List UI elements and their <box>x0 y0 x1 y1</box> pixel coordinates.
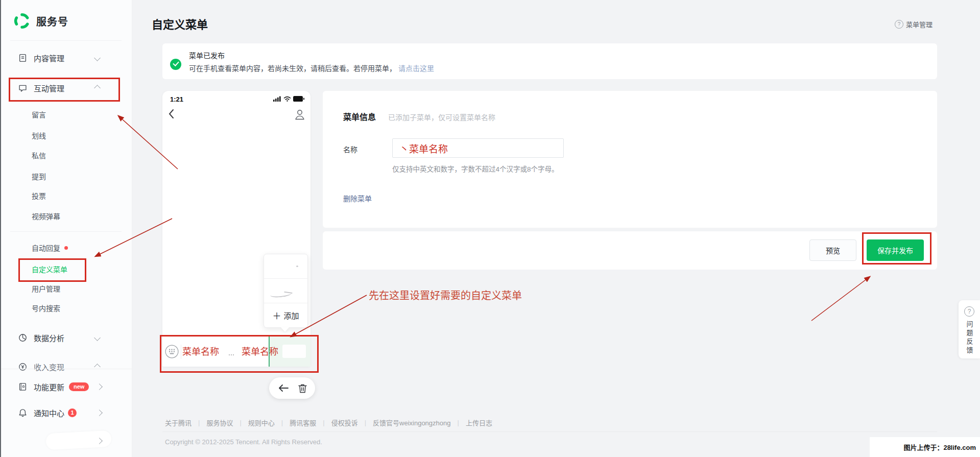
name-label: 名称 <box>343 144 357 154</box>
sidebar-item-account[interactable] <box>0 433 132 448</box>
section-note: 已添加子菜单，仅可设置菜单名称 <box>388 112 495 122</box>
chevron-down-icon <box>94 55 101 61</box>
image-watermark: 图片上传于：28life.com <box>870 437 980 457</box>
back-chevron-icon[interactable] <box>166 108 177 119</box>
section-title: 菜单信息 <box>343 110 376 123</box>
signal-icon <box>273 96 281 102</box>
status-icons <box>273 96 304 102</box>
brand: 服务号 <box>13 12 68 30</box>
trash-icon[interactable] <box>298 383 307 393</box>
chevron-right-icon <box>96 438 103 444</box>
menu-name-input[interactable]: 丶菜单名称 <box>392 138 564 158</box>
sidebar-item-notify-center[interactable]: 通知中心 1 <box>0 405 132 420</box>
book-icon <box>18 382 27 391</box>
menu-edit-toolbar <box>269 377 315 399</box>
document-icon <box>18 54 27 62</box>
banner-body: 可在手机查看菜单内容，若尚未生效，请稍后查看。若停用菜单， 请点击这里 <box>189 63 434 73</box>
menu-slot-2[interactable]: 菜单名称 <box>242 344 278 357</box>
menu-slot-1[interactable]: 菜单名称 <box>182 344 219 357</box>
popup-pointer <box>281 327 289 332</box>
delete-menu-link[interactable]: 删除菜单 <box>343 193 372 203</box>
sidebar-item-custom-menu[interactable]: 自定义菜单 <box>32 262 67 276</box>
chevron-up-icon <box>94 85 101 91</box>
disable-menu-link[interactable]: 请点击这里 <box>398 64 434 73</box>
sidebar-item-underline[interactable]: 划线 <box>32 129 46 142</box>
sidebar: 服务号 内容管理 互动管理 留言 划线 私信 提到 投票 视频弹幕 自动回复 自… <box>0 0 132 457</box>
menu-manage-help-link[interactable]: ? 菜单管理 <box>895 19 933 29</box>
censored-mark <box>229 353 234 355</box>
coin-icon <box>18 363 27 371</box>
footer-link[interactable]: 服务协议 <box>206 418 233 427</box>
brand-name: 服务号 <box>36 14 68 29</box>
footer-link[interactable]: 规则中心 <box>248 418 275 427</box>
question-circle-icon: ? <box>964 306 974 317</box>
add-submenu-button[interactable]: ＋ 添加 <box>264 303 307 327</box>
menu-info-card: 菜单信息 已添加子菜单，仅可设置菜单名称 名称 丶菜单名称 仅支持中英文和数字，… <box>323 91 937 228</box>
question-circle-icon: ? <box>895 20 903 29</box>
sidebar-divider <box>10 231 122 232</box>
footer-link[interactable]: 反馈官号weixingongzhong <box>373 418 450 427</box>
sidebar-item-data-analysis[interactable]: 数据分析 <box>0 330 132 345</box>
sidebar-item-feature-update[interactable]: 功能更新 new <box>0 379 132 394</box>
preview-button[interactable]: 预览 <box>809 239 856 261</box>
app-window: 服务号 内容管理 互动管理 留言 划线 私信 提到 投票 视频弹幕 自动回复 自… <box>0 0 980 457</box>
submenu-item-censored[interactable] <box>264 279 307 303</box>
submenu-item-censored[interactable] <box>264 254 307 279</box>
save-publish-button[interactable]: 保存并发布 <box>867 239 924 261</box>
censored-mark <box>284 287 293 294</box>
phone-menubar: 菜单名称 菜单名称 <box>162 336 310 367</box>
person-icon[interactable] <box>294 108 305 121</box>
wechat-brand-logo <box>13 12 31 30</box>
footer-link[interactable]: 上传日志 <box>466 418 492 427</box>
feedback-tab[interactable]: ? 问题反馈 <box>959 300 980 358</box>
publish-status-banner: 菜单已发布 可在手机查看菜单内容，若尚未生效，请稍后查看。若停用菜单， 请点击这… <box>162 43 937 79</box>
sidebar-divider <box>0 369 132 369</box>
battery-icon <box>293 96 304 102</box>
bell-icon <box>18 408 27 417</box>
footer-divider <box>162 431 937 432</box>
submenu-popup: ＋ 添加 <box>264 254 308 328</box>
chevron-right-icon <box>96 383 103 390</box>
sidebar-item-comments[interactable]: 留言 <box>32 108 46 121</box>
annotation-tip: 先在这里设置好需要的自定义菜单 <box>369 287 522 302</box>
sidebar-item-monetization[interactable]: 收入变现 <box>0 359 132 374</box>
sidebar-item-private-msg[interactable]: 私信 <box>32 149 46 162</box>
new-badge: new <box>69 382 89 391</box>
sidebar-item-auto-reply[interactable]: 自动回复 <box>32 241 68 254</box>
sidebar-item-account-search[interactable]: 号内搜索 <box>32 301 60 315</box>
footer-link[interactable]: 侵权投诉 <box>331 418 358 427</box>
sidebar-item-content-mgmt[interactable]: 内容管理 <box>0 50 132 65</box>
sidebar-item-mentions[interactable]: 提到 <box>32 170 46 183</box>
footer-link[interactable]: 关于腾讯 <box>165 418 192 427</box>
footer-link[interactable]: 腾讯客服 <box>290 418 316 427</box>
status-time: 1:21 <box>170 95 183 103</box>
chevron-down-icon <box>94 334 101 341</box>
sidebar-item-user-mgmt[interactable]: 用户管理 <box>32 282 60 295</box>
chat-icon <box>18 84 27 92</box>
pie-chart-icon <box>18 333 27 342</box>
red-dot-badge <box>64 246 68 250</box>
chevron-right-icon <box>96 410 103 416</box>
sidebar-item-interact-mgmt[interactable]: 互动管理 <box>0 80 132 95</box>
censored-mark <box>296 266 298 267</box>
copyright: Copyright © 2012-2025 Tencent. All Right… <box>165 438 322 446</box>
sidebar-item-video-danmu[interactable]: 视频弹幕 <box>32 209 60 223</box>
feedback-label: 问题反馈 <box>965 321 974 355</box>
banner-title: 菜单已发布 <box>189 50 225 60</box>
keyboard-icon[interactable] <box>165 345 179 358</box>
footer-links: 关于腾讯| 服务协议| 规则中心| 腾讯客服| 侵权投诉| 反馈官号weixin… <box>165 418 492 427</box>
name-rule-hint: 仅支持中英文和数字，字数不超过4个汉字或8个字母。 <box>392 163 559 174</box>
page-title: 自定义菜单 <box>152 15 208 32</box>
action-bar: 预览 保存并发布 <box>323 231 937 270</box>
window-edge <box>0 0 1 457</box>
sidebar-divider <box>10 40 122 41</box>
check-circle-icon <box>170 59 181 70</box>
plus-icon: ＋ <box>272 309 281 322</box>
notification-count-badge: 1 <box>68 408 77 417</box>
phone-preview: 1:21 ＋ 添加 <box>162 91 310 367</box>
back-arrow-icon[interactable] <box>278 384 289 392</box>
menubar-separator <box>181 345 181 359</box>
wifi-icon <box>283 96 291 102</box>
censored-patch <box>282 345 306 358</box>
sidebar-item-votes[interactable]: 投票 <box>32 189 46 202</box>
